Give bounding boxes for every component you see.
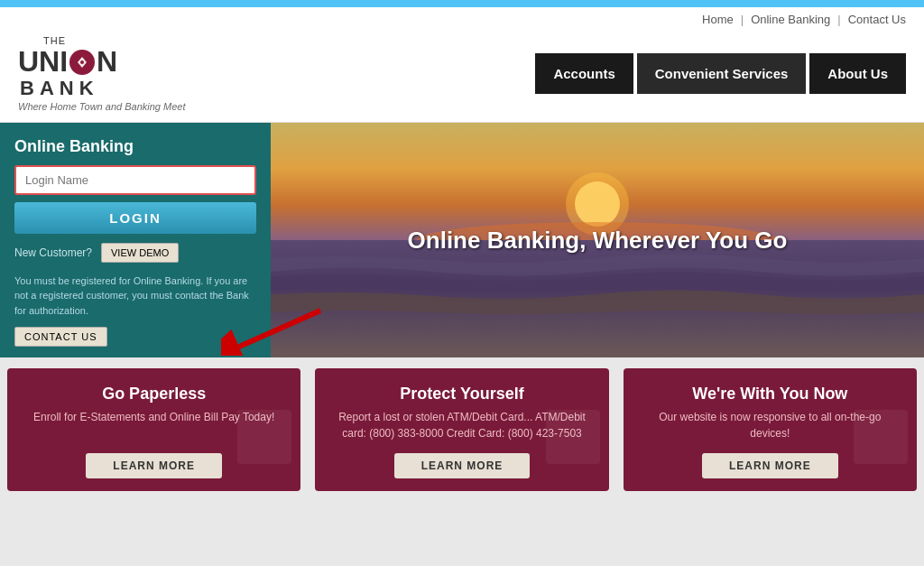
header-bottom: THE UNI N BANK Where Home Town and Banki… bbox=[18, 28, 906, 122]
ob-title: Online Banking bbox=[14, 137, 256, 156]
login-name-input[interactable] bbox=[14, 165, 256, 195]
go-paperless-card: Go Paperless Enroll for E-Statements and… bbox=[7, 368, 300, 491]
ob-contact-us-button[interactable]: CONTACT US bbox=[14, 327, 107, 347]
separator-1: | bbox=[741, 13, 744, 26]
logo-tagline: Where Home Town and Banking Meet bbox=[18, 101, 185, 112]
logo-text: THE UNI N BANK Where Home Town and Banki… bbox=[18, 35, 185, 113]
protect-yourself-text: Report a lost or stolen ATM/Debit Card..… bbox=[333, 409, 590, 446]
hero-image: Online Banking, Wherever You Go bbox=[271, 123, 924, 357]
nav-accounts[interactable]: Accounts bbox=[535, 53, 633, 94]
new-customer-row: New Customer? VIEW DEMO bbox=[14, 243, 256, 263]
were-with-you-text: Our website is now responsive to all on-… bbox=[642, 409, 899, 446]
logo-area: THE UNI N BANK Where Home Town and Banki… bbox=[18, 35, 185, 113]
main-nav: Accounts Convenient Services About Us bbox=[535, 53, 906, 94]
logo-bank: BANK bbox=[20, 78, 185, 99]
new-customer-label: New Customer? bbox=[14, 246, 92, 259]
union-left: UNI bbox=[18, 46, 68, 78]
go-paperless-text: Enroll for E-Statements and Online Bill … bbox=[33, 409, 274, 446]
protect-yourself-learn-more[interactable]: LEARN MORE bbox=[394, 453, 531, 478]
view-demo-button[interactable]: VIEW DEMO bbox=[101, 243, 179, 263]
nav-about[interactable]: About Us bbox=[809, 53, 906, 94]
ob-description: You must be registered for Online Bankin… bbox=[14, 274, 256, 319]
logo-union: UNI N bbox=[18, 46, 185, 78]
were-with-you-learn-more[interactable]: LEARN MORE bbox=[702, 453, 838, 478]
go-paperless-title: Go Paperless bbox=[102, 385, 206, 404]
bottom-cards: Go Paperless Enroll for E-Statements and… bbox=[0, 357, 924, 502]
top-blue-bar bbox=[0, 0, 924, 7]
union-right: N bbox=[97, 46, 117, 78]
home-link[interactable]: Home bbox=[702, 13, 734, 26]
were-with-you-title: We're With You Now bbox=[692, 385, 847, 404]
protect-yourself-title: Protect Yourself bbox=[400, 385, 523, 404]
online-banking-link[interactable]: Online Banking bbox=[751, 13, 830, 26]
site-header: Home | Online Banking | Contact Us THE U… bbox=[0, 7, 924, 123]
union-icon bbox=[69, 50, 95, 75]
separator-2: | bbox=[837, 13, 840, 26]
hero-text: Online Banking, Wherever You Go bbox=[408, 226, 788, 254]
contact-us-toplink[interactable]: Contact Us bbox=[848, 13, 906, 26]
main-content-area: Online Banking LOGIN New Customer? VIEW … bbox=[0, 123, 924, 357]
header-top-nav: Home | Online Banking | Contact Us bbox=[18, 7, 906, 28]
were-with-you-card: We're With You Now Our website is now re… bbox=[624, 368, 917, 491]
svg-point-1 bbox=[80, 60, 84, 64]
login-button[interactable]: LOGIN bbox=[14, 202, 256, 234]
nav-convenient[interactable]: Convenient Services bbox=[637, 53, 807, 94]
online-banking-panel: Online Banking LOGIN New Customer? VIEW … bbox=[0, 123, 271, 357]
go-paperless-learn-more[interactable]: LEARN MORE bbox=[86, 453, 222, 478]
protect-yourself-card: Protect Yourself Report a lost or stolen… bbox=[315, 368, 608, 491]
